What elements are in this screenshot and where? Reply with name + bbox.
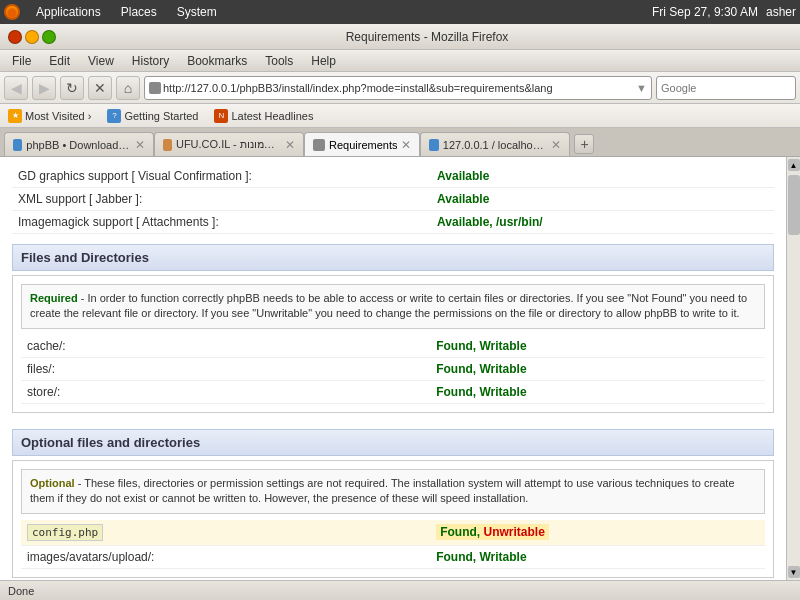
scrollbar[interactable]: ▲ ▼ xyxy=(786,157,800,580)
menu-help[interactable]: Help xyxy=(303,52,344,70)
files-directories-section: Files and Directories Required - In orde… xyxy=(12,244,774,413)
tab-localhost[interactable]: 127.0.0.1 / localhost | php... ✕ xyxy=(420,132,570,156)
req-status-imagemagick: Available, /usr/bin/ xyxy=(431,211,774,234)
apps-menu[interactable]: Applications xyxy=(32,3,105,21)
required-notice: Required - In order to function correctl… xyxy=(21,284,765,329)
tab-favicon-requirements xyxy=(313,139,325,151)
address-bar[interactable]: ▼ xyxy=(144,76,652,100)
required-text: - In order to function correctly phpBB n… xyxy=(30,292,747,319)
optional-status-config: Found, Unwritable xyxy=(430,520,765,546)
tab-ufu[interactable]: UFU.CO.IL - תעליית תמונות ... ✕ xyxy=(154,132,304,156)
files-label-store: store/: xyxy=(21,380,430,403)
system-menu[interactable]: System xyxy=(173,3,221,21)
req-label-gd: GD graphics support [ Visual Confirmatio… xyxy=(12,165,431,188)
menu-bookmarks[interactable]: Bookmarks xyxy=(179,52,255,70)
search-input[interactable] xyxy=(661,82,799,94)
scroll-down-button[interactable]: ▼ xyxy=(788,566,800,578)
requirements-table: GD graphics support [ Visual Confirmatio… xyxy=(12,165,774,234)
table-row: config.php Found, Unwritable xyxy=(21,520,765,546)
files-directories-content: Required - In order to function correctl… xyxy=(12,275,774,413)
new-tab-button[interactable]: + xyxy=(574,134,594,154)
scrollbar-thumb[interactable] xyxy=(788,175,800,235)
latest-headlines-icon: N xyxy=(214,109,228,123)
browser-body: GD graphics support [ Visual Confirmatio… xyxy=(0,157,800,580)
menu-history[interactable]: History xyxy=(124,52,177,70)
table-row: files/: Found, Writable xyxy=(21,357,765,380)
optional-text: - These files, directories or permission… xyxy=(30,477,735,504)
home-button[interactable]: ⌂ xyxy=(116,76,140,100)
bookmarks-bar: ★ Most Visited › ? Getting Started N Lat… xyxy=(0,104,800,128)
tab-label-ufu: UFU.CO.IL - תעליית תמונות ... xyxy=(176,138,281,151)
found-text: Found, xyxy=(440,525,483,539)
files-directories-header: Files and Directories xyxy=(12,244,774,271)
nav-bar: ◀ ▶ ↻ ✕ ⌂ ▼ 🔍 xyxy=(0,72,800,104)
optional-files-section: Optional files and directories Optional … xyxy=(12,429,774,578)
req-label-xml: XML support [ Jabber ]: xyxy=(12,188,431,211)
getting-started-label: Getting Started xyxy=(124,110,198,122)
reload-button[interactable]: ↻ xyxy=(60,76,84,100)
menu-view[interactable]: View xyxy=(80,52,122,70)
scroll-up-button[interactable]: ▲ xyxy=(788,159,800,171)
table-row: GD graphics support [ Visual Confirmatio… xyxy=(12,165,774,188)
tab-close-ufu[interactable]: ✕ xyxy=(285,138,295,152)
menu-bar: File Edit View History Bookmarks Tools H… xyxy=(0,50,800,72)
places-menu[interactable]: Places xyxy=(117,3,161,21)
forward-button[interactable]: ▶ xyxy=(32,76,56,100)
table-row: store/: Found, Writable xyxy=(21,380,765,403)
back-button[interactable]: ◀ xyxy=(4,76,28,100)
files-label-cache: cache/: xyxy=(21,335,430,358)
firefox-icon xyxy=(4,4,20,20)
tab-phpbb[interactable]: phpBB • Download phpBB3 ✕ xyxy=(4,132,154,156)
system-bar-left: Applications Places System xyxy=(4,3,221,21)
optional-label-config: config.php xyxy=(21,520,430,546)
config-code-label: config.php xyxy=(27,524,103,541)
menu-file[interactable]: File xyxy=(4,52,39,70)
minimize-button[interactable] xyxy=(25,30,39,44)
system-user: asher xyxy=(766,5,796,19)
browser-chrome: Requirements - Mozilla Firefox File Edit… xyxy=(0,24,800,157)
menu-tools[interactable]: Tools xyxy=(257,52,301,70)
bookmark-latest-headlines[interactable]: N Latest Headlines xyxy=(210,107,317,125)
optional-label: Optional xyxy=(30,477,75,489)
title-bar: Requirements - Mozilla Firefox xyxy=(0,24,800,50)
most-visited-label: Most Visited › xyxy=(25,110,91,122)
tab-close-requirements[interactable]: ✕ xyxy=(401,138,411,152)
files-table: cache/: Found, Writable files/: Found, W… xyxy=(21,335,765,404)
req-label-imagemagick: Imagemagick support [ Attachments ]: xyxy=(12,211,431,234)
tab-requirements[interactable]: Requirements ✕ xyxy=(304,132,420,156)
address-dropdown-icon[interactable]: ▼ xyxy=(636,82,647,94)
page-content: GD graphics support [ Visual Confirmatio… xyxy=(0,157,786,580)
optional-notice: Optional - These files, directories or p… xyxy=(21,469,765,514)
optional-status-avatars: Found, Writable xyxy=(430,545,765,568)
files-status-cache: Found, Writable xyxy=(430,335,765,358)
optional-table: config.php Found, Unwritable images/avat… xyxy=(21,520,765,569)
getting-started-icon: ? xyxy=(107,109,121,123)
menu-edit[interactable]: Edit xyxy=(41,52,78,70)
optional-files-header: Optional files and directories xyxy=(12,429,774,456)
status-bar: Done xyxy=(0,580,800,600)
system-time: Fri Sep 27, 9:30 AM xyxy=(652,5,758,19)
required-label: Required xyxy=(30,292,78,304)
tab-label-requirements: Requirements xyxy=(329,139,397,151)
tab-favicon-localhost xyxy=(429,139,438,151)
search-bar[interactable]: 🔍 xyxy=(656,76,796,100)
table-row: cache/: Found, Writable xyxy=(21,335,765,358)
tab-close-phpbb[interactable]: ✕ xyxy=(135,138,145,152)
tab-favicon-ufu xyxy=(163,139,172,151)
close-button[interactable] xyxy=(8,30,22,44)
files-status-files: Found, Writable xyxy=(430,357,765,380)
optional-label-avatars: images/avatars/upload/: xyxy=(21,545,430,568)
table-row: Imagemagick support [ Attachments ]: Ava… xyxy=(12,211,774,234)
tab-close-localhost[interactable]: ✕ xyxy=(551,138,561,152)
most-visited-icon: ★ xyxy=(8,109,22,123)
system-bar-right: Fri Sep 27, 9:30 AM asher xyxy=(652,5,796,19)
table-row: XML support [ Jabber ]: Available xyxy=(12,188,774,211)
bookmark-getting-started[interactable]: ? Getting Started xyxy=(103,107,202,125)
latest-headlines-label: Latest Headlines xyxy=(231,110,313,122)
status-text: Done xyxy=(8,585,34,597)
stop-button[interactable]: ✕ xyxy=(88,76,112,100)
browser-title: Requirements - Mozilla Firefox xyxy=(62,30,792,44)
url-input[interactable] xyxy=(163,82,634,94)
maximize-button[interactable] xyxy=(42,30,56,44)
bookmark-most-visited[interactable]: ★ Most Visited › xyxy=(4,107,95,125)
